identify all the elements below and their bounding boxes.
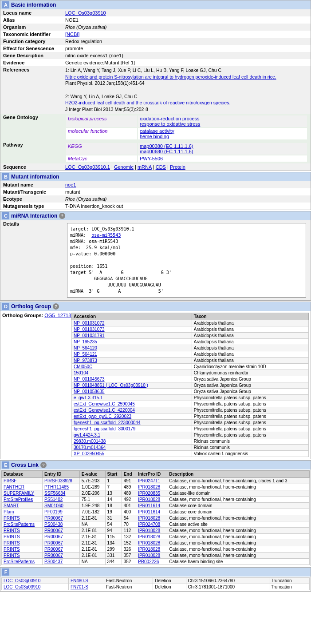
ortholog-row: gw1.4424.3.1Physcomitrella patens subsp.… xyxy=(72,432,309,438)
cl-db-link[interactable]: PRINTS xyxy=(4,528,20,533)
mutant-f-link-0[interactable]: LOC_Os03g03910 xyxy=(4,584,40,589)
cl-db-link[interactable]: Pfam xyxy=(4,509,14,514)
cl-interpro-link[interactable]: IPR018028 xyxy=(138,553,160,558)
mirna-link-1[interactable]: osa-miR5543 xyxy=(91,233,121,238)
locus-link[interactable]: LOC_Os03g03910 xyxy=(65,10,106,16)
ortholog-accession-link[interactable]: NP_564121 xyxy=(74,352,97,357)
ortholog-accession-link[interactable]: NP_195235 xyxy=(74,339,97,344)
ortholog-accession-link[interactable]: fgenesh1_pg.scaffold_223000044 xyxy=(74,420,141,425)
ortholog-accession-link[interactable]: NP_001031072 xyxy=(74,321,105,326)
alias-row: Alias NOE1 xyxy=(0,16,311,24)
cl-entry-link[interactable]: SM01060 xyxy=(44,503,63,508)
cl-db-link[interactable]: PRINTS xyxy=(4,516,20,521)
mirna-help-icon[interactable]: ? xyxy=(59,213,65,219)
mutant-f-link-1[interactable]: FN701-S xyxy=(71,584,88,589)
ortholog-accession-link[interactable]: NP_001045673 xyxy=(74,377,105,382)
cl-entry-link[interactable]: PR00067 xyxy=(44,528,63,533)
ortholog-accession-link[interactable]: e_gw1.3.315.1 xyxy=(74,395,103,400)
ref2-link[interactable]: H2O2-induced leaf cell death and the cro… xyxy=(65,100,230,105)
sequence-mrna-link[interactable]: mRNA xyxy=(138,164,152,170)
kegg-value-1[interactable]: map00380 (EC 1.11.1.6) xyxy=(140,143,193,149)
ortholog-accession-link[interactable]: gw1.4424.3.1 xyxy=(74,433,100,437)
crosslink-help-icon[interactable]: ? xyxy=(40,462,47,468)
cl-db-link[interactable]: PIRSF xyxy=(4,478,16,483)
sequence-protein-link[interactable]: Protein xyxy=(170,164,185,170)
cl-interpro-link[interactable]: IPR018028 xyxy=(138,516,160,521)
cl-db-link[interactable]: ProSiteProfiles xyxy=(4,497,33,502)
mutant-transgenic-label: Mutant/Transgenic xyxy=(0,188,63,195)
cl-entry-link[interactable]: PR00067 xyxy=(44,516,63,521)
cl-entry-link[interactable]: PS00438 xyxy=(44,522,63,527)
ortholog-accession-link[interactable]: estExt_Genewise1.C_4220004 xyxy=(74,408,135,413)
sequence-cds-link[interactable]: CDS xyxy=(156,164,166,170)
ortholog-accession-link[interactable]: 30170.m014364 xyxy=(74,445,106,450)
ortholog-accession-link[interactable]: NP_973873 xyxy=(74,358,97,363)
cl-evalue: NA xyxy=(79,521,105,527)
ref1-link[interactable]: Nitric oxide and protein S-nitrosylation… xyxy=(65,74,276,80)
ortholog-accession-link[interactable]: fgenesh1_pg.scaffold_3000179 xyxy=(74,426,135,431)
cl-db-link[interactable]: PRINTS xyxy=(4,534,20,539)
cl-interpro-link[interactable]: IPR020835 xyxy=(138,491,160,496)
taxon-link[interactable]: [NCBI] xyxy=(65,32,79,37)
cl-interpro: IPR011614 xyxy=(136,509,167,515)
cl-end: 112 xyxy=(122,527,136,533)
kegg-value-2[interactable]: map00680 (EC 1.11.1.6) xyxy=(140,149,193,154)
ortholog-group-id-link[interactable]: OG5_127182 xyxy=(44,313,74,318)
cl-db-link[interactable]: SMART xyxy=(4,503,19,508)
cl-db-link[interactable]: ProSitePatterns xyxy=(4,559,35,564)
cl-interpro-link[interactable]: IPR018028 xyxy=(138,541,160,545)
cl-interpro-link[interactable]: PR002226 xyxy=(138,559,159,564)
section-a-title: Basic information xyxy=(11,2,56,8)
ortholog-accession-link[interactable]: CMI050C xyxy=(74,364,92,369)
cl-entry-link[interactable]: PR00067 xyxy=(44,547,63,552)
ortholog-accession-link[interactable]: 150104 xyxy=(74,370,88,375)
cl-entry: PR00067 xyxy=(43,533,80,540)
cl-entry-link[interactable]: PR00067 xyxy=(44,553,63,558)
cl-interpro-link[interactable]: IPR011614 xyxy=(138,503,160,508)
go-mol-value-1[interactable]: catalase activity xyxy=(140,128,174,134)
sequence-locus-link[interactable]: LOC_Os03g03910.1 xyxy=(65,164,110,170)
ortholog-accession-link[interactable]: NP_564120 xyxy=(74,346,97,350)
ortholog-accession-link[interactable]: estExt_gwp_gw1.C_2920023 xyxy=(74,414,131,419)
cl-db-link[interactable]: SUPERFAMILY xyxy=(4,491,34,496)
cl-entry-link[interactable]: PTHR11465 xyxy=(44,485,69,489)
cl-interpro-link[interactable]: IPR024711 xyxy=(138,478,160,483)
cl-entry-link[interactable]: PR00067 xyxy=(44,534,63,539)
cl-db-link[interactable]: PRINTS xyxy=(4,547,20,552)
sequence-genomic-link[interactable]: Genomic xyxy=(114,164,134,170)
cl-interpro-link[interactable]: IPR018028 xyxy=(138,547,160,552)
cl-entry-link[interactable]: PS51402 xyxy=(44,497,63,502)
cl-entry-link[interactable]: PR00067 xyxy=(44,541,63,545)
go-bio-value-1[interactable]: oxidation-reduction process xyxy=(140,116,200,121)
mutant-name-link[interactable]: noe1 xyxy=(65,182,76,187)
cl-entry-link[interactable]: PS00437 xyxy=(44,559,63,564)
go-bio-value-2[interactable]: response to oxidative stress xyxy=(140,121,200,127)
mutant-f-cell-4: Chr3:1510660-2364780 xyxy=(186,577,269,584)
cl-entry-link[interactable]: PIRSF038928 xyxy=(44,478,72,483)
cl-interpro-link[interactable]: IPR011614 xyxy=(138,509,160,514)
ortholog-accession-link[interactable]: XP_002950455 xyxy=(74,451,104,456)
ortholog-accession-link[interactable]: NP_001031073 xyxy=(74,327,105,332)
ortholog-help-icon[interactable]: ? xyxy=(53,303,59,310)
ortholog-accession-link[interactable]: NP_001048861 ( LOC_Os03g03910 ) xyxy=(74,383,148,388)
go-mol-value-2[interactable]: heme binding xyxy=(140,134,169,139)
mutant-f-link-0[interactable]: LOC_Os03g03910 xyxy=(4,578,40,583)
cl-interpro-link[interactable]: IPR024708 xyxy=(138,522,160,527)
ortholog-accession-link[interactable]: estExt_Genewise1.C_2590045 xyxy=(74,402,135,406)
mutant-f-link-1[interactable]: FN480-S xyxy=(71,578,88,583)
ortholog-accession-link[interactable]: 29830.m001438 xyxy=(74,439,106,444)
cl-db-link[interactable]: PRINTS xyxy=(4,553,20,558)
cl-db-link[interactable]: ProSitePatterns xyxy=(4,522,35,527)
cl-db-link[interactable]: PANTHER xyxy=(4,485,24,489)
ortholog-accession-link[interactable]: NP_001058635 xyxy=(74,389,105,394)
cl-db-link[interactable]: PRINTS xyxy=(4,541,20,545)
ortholog-accession-link[interactable]: NP_001031791 xyxy=(74,333,105,338)
cl-interpro-link[interactable]: IPR018028 xyxy=(138,497,160,502)
cl-interpro-link[interactable]: IPR018028 xyxy=(138,485,160,489)
metacyc-link[interactable]: PWY-5506 xyxy=(140,156,163,161)
cl-interpro-link[interactable]: IPR018028 xyxy=(138,528,160,533)
cl-entry-link[interactable]: SSF56634 xyxy=(44,491,65,496)
cl-entry-link[interactable]: PF00199 xyxy=(44,509,63,514)
function-row: Function category Redox regulation xyxy=(0,38,311,45)
cl-interpro-link[interactable]: IPR018028 xyxy=(138,534,160,539)
